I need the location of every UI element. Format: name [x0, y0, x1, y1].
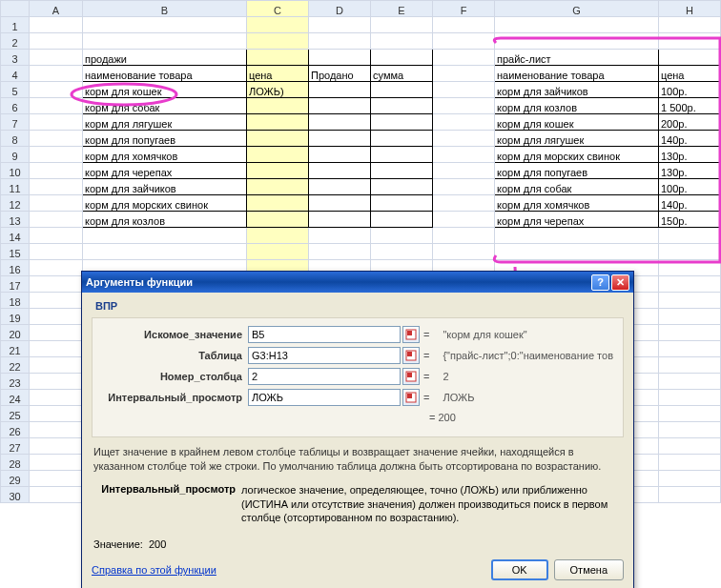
row-header[interactable]: 5	[1, 82, 30, 98]
cell[interactable]	[30, 438, 83, 455]
pricelist-row-price[interactable]: 140р.	[659, 131, 721, 147]
row-header[interactable]: 14	[1, 228, 30, 244]
sales-row-name[interactable]: корм для хомячков	[83, 147, 247, 163]
row-header[interactable]: 17	[1, 276, 30, 293]
row-header[interactable]: 22	[1, 357, 30, 374]
cell[interactable]	[659, 325, 721, 341]
row-header[interactable]: 29	[1, 471, 30, 487]
cell[interactable]	[309, 50, 371, 66]
sales-row-name[interactable]: корм для лягушек	[83, 114, 247, 131]
sales-row-name[interactable]: корм для зайчиков	[83, 179, 247, 195]
cell[interactable]	[30, 276, 83, 293]
cell[interactable]	[371, 195, 433, 212]
row-header[interactable]: 6	[1, 98, 30, 114]
cell[interactable]	[309, 82, 371, 98]
cell[interactable]	[371, 212, 433, 228]
cell[interactable]	[247, 212, 309, 228]
pricelist-row-price[interactable]: 100р.	[659, 82, 721, 98]
cell[interactable]	[247, 50, 309, 66]
sales-row-name[interactable]: корм для козлов	[83, 212, 247, 228]
pricelist-row-price[interactable]: 130р.	[659, 147, 721, 163]
cell[interactable]	[309, 33, 371, 50]
arg-input-lookup[interactable]	[248, 326, 401, 343]
ok-button[interactable]: OK	[491, 559, 548, 580]
cell[interactable]	[371, 131, 433, 147]
cell[interactable]	[309, 17, 371, 33]
pricelist-row-price[interactable]: 100р.	[659, 179, 721, 195]
sales-row-name[interactable]: корм для кошек	[83, 82, 247, 98]
cell[interactable]	[659, 17, 721, 33]
cell[interactable]	[30, 212, 83, 228]
cell[interactable]	[371, 114, 433, 131]
cell[interactable]	[309, 163, 371, 179]
cell[interactable]	[659, 390, 721, 406]
cell[interactable]	[433, 114, 495, 131]
sales-header-sum[interactable]: сумма	[371, 66, 433, 82]
cell[interactable]	[309, 179, 371, 195]
cell[interactable]	[371, 33, 433, 50]
cell[interactable]	[30, 131, 83, 147]
cell[interactable]	[309, 228, 371, 244]
arg-input-table[interactable]	[248, 347, 401, 364]
row-header[interactable]: 18	[1, 293, 30, 309]
cell[interactable]	[433, 195, 495, 212]
cell[interactable]	[371, 82, 433, 98]
row-header[interactable]: 26	[1, 422, 30, 438]
row-header[interactable]: 11	[1, 179, 30, 195]
cell[interactable]	[433, 82, 495, 98]
titlebar-help-button[interactable]: ?	[591, 274, 609, 291]
cell[interactable]	[433, 179, 495, 195]
cell[interactable]	[247, 98, 309, 114]
cell[interactable]	[659, 455, 721, 471]
cell[interactable]	[659, 341, 721, 357]
row-header[interactable]: 25	[1, 406, 30, 422]
col-header-B[interactable]: B	[83, 1, 247, 17]
sales-row-price[interactable]: ЛОЖЬ)	[247, 82, 309, 98]
dialog-titlebar[interactable]: Аргументы функции ? ✕	[82, 272, 633, 293]
cell[interactable]	[371, 228, 433, 244]
col-header-G[interactable]: G	[495, 1, 659, 17]
row-header[interactable]: 12	[1, 195, 30, 212]
cell[interactable]	[659, 293, 721, 309]
cell[interactable]	[659, 438, 721, 455]
cell[interactable]	[659, 50, 721, 66]
cell[interactable]	[30, 406, 83, 422]
cell[interactable]	[433, 244, 495, 260]
cell[interactable]	[433, 50, 495, 66]
pricelist-row-name[interactable]: корм для черепах	[495, 212, 659, 228]
cell[interactable]	[495, 17, 659, 33]
col-header-C[interactable]: C	[247, 1, 309, 17]
select-all-corner[interactable]	[1, 1, 30, 17]
sales-title[interactable]: продажи	[83, 50, 247, 66]
cell[interactable]	[30, 260, 83, 276]
cell[interactable]	[83, 17, 247, 33]
cancel-button[interactable]: Отмена	[554, 559, 624, 580]
pricelist-row-name[interactable]: корм для собак	[495, 179, 659, 195]
cell[interactable]	[495, 33, 659, 50]
cell[interactable]	[659, 406, 721, 422]
cell[interactable]	[309, 195, 371, 212]
cell[interactable]	[30, 374, 83, 390]
cell[interactable]	[247, 163, 309, 179]
pricelist-row-name[interactable]: корм для морских свинок	[495, 147, 659, 163]
pricelist-row-name[interactable]: корм для козлов	[495, 98, 659, 114]
pricelist-row-name[interactable]: корм для попугаев	[495, 163, 659, 179]
sales-row-name[interactable]: корм для попугаев	[83, 131, 247, 147]
row-header[interactable]: 15	[1, 244, 30, 260]
cell[interactable]	[247, 228, 309, 244]
pricelist-row-price[interactable]: 200р.	[659, 114, 721, 131]
cell[interactable]	[659, 357, 721, 374]
row-header[interactable]: 16	[1, 260, 30, 276]
cell[interactable]	[371, 17, 433, 33]
cell[interactable]	[30, 325, 83, 341]
row-header[interactable]: 20	[1, 325, 30, 341]
row-header[interactable]: 21	[1, 341, 30, 357]
cell[interactable]	[495, 244, 659, 260]
cell[interactable]	[30, 422, 83, 438]
row-header[interactable]: 8	[1, 131, 30, 147]
cell[interactable]	[247, 17, 309, 33]
cell[interactable]	[247, 147, 309, 163]
row-header[interactable]: 28	[1, 455, 30, 471]
range-select-icon[interactable]	[402, 389, 420, 406]
pricelist-row-price[interactable]: 150р.	[659, 212, 721, 228]
